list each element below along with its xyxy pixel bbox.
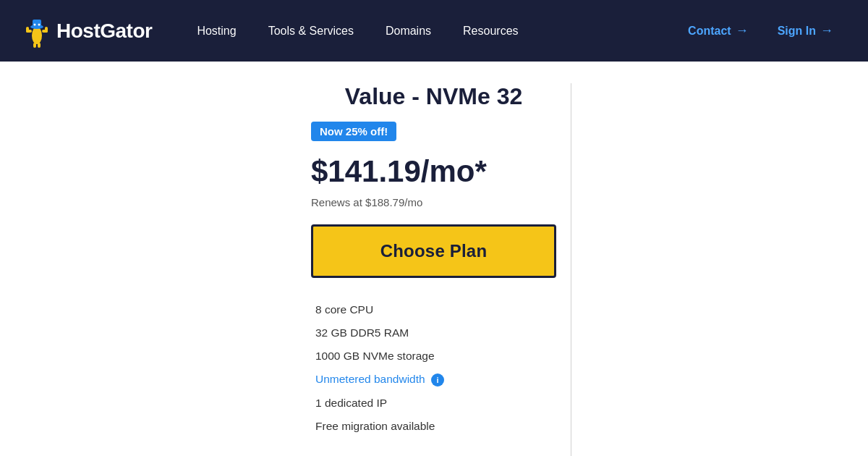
signin-arrow: → — [820, 23, 833, 38]
plan-title: Value - NVMe 32 — [311, 83, 556, 110]
svg-rect-6 — [33, 20, 41, 28]
plan-renews: Renews at $188.79/mo — [311, 196, 556, 208]
svg-point-7 — [34, 23, 36, 25]
feature-migration: Free migration available — [315, 415, 552, 438]
discount-badge: Now 25% off! — [311, 122, 396, 141]
signin-label: Sign In — [778, 25, 816, 38]
nav-links: Hosting Tools & Services Domains Resourc… — [181, 0, 676, 62]
navbar: HostGator Hosting Tools & Services Domai… — [0, 0, 868, 62]
svg-point-0 — [32, 27, 42, 44]
feature-ip: 1 dedicated IP — [315, 392, 552, 415]
bandwidth-info-icon[interactable]: i — [431, 373, 444, 387]
svg-rect-2 — [26, 27, 29, 33]
contact-link[interactable]: Contact → — [676, 0, 760, 62]
features-list: 8 core CPU 32 GB DDR5 RAM 1000 GB NVMe s… — [311, 298, 556, 438]
feature-storage: 1000 GB NVMe storage — [315, 345, 552, 368]
svg-point-8 — [38, 23, 41, 25]
contact-label: Contact — [688, 25, 731, 38]
feature-bandwidth: Unmetered bandwidth i — [315, 368, 552, 392]
choose-plan-button[interactable]: Choose Plan — [311, 224, 556, 278]
nav-resources[interactable]: Resources — [447, 0, 534, 62]
nav-domains[interactable]: Domains — [370, 0, 447, 62]
svg-rect-4 — [45, 27, 48, 33]
plan-card: Value - NVMe 32 Now 25% off! $141.19/mo*… — [297, 83, 571, 456]
signin-link[interactable]: Sign In → — [766, 0, 845, 62]
feature-cpu: 8 core CPU — [315, 298, 552, 321]
svg-rect-10 — [38, 43, 41, 48]
main-content: Value - NVMe 32 Now 25% off! $141.19/mo*… — [0, 62, 868, 456]
logo-link[interactable]: HostGator — [23, 14, 152, 48]
feature-ram: 32 GB DDR5 RAM — [315, 321, 552, 345]
logo-icon — [23, 14, 51, 48]
nav-hosting[interactable]: Hosting — [181, 0, 252, 62]
logo-text: HostGator — [56, 20, 152, 43]
nav-right: Contact → Sign In → — [676, 0, 845, 62]
contact-arrow: → — [736, 23, 749, 38]
plan-price: $141.19/mo* — [311, 154, 556, 189]
svg-rect-9 — [33, 43, 36, 48]
nav-tools-services[interactable]: Tools & Services — [252, 0, 370, 62]
